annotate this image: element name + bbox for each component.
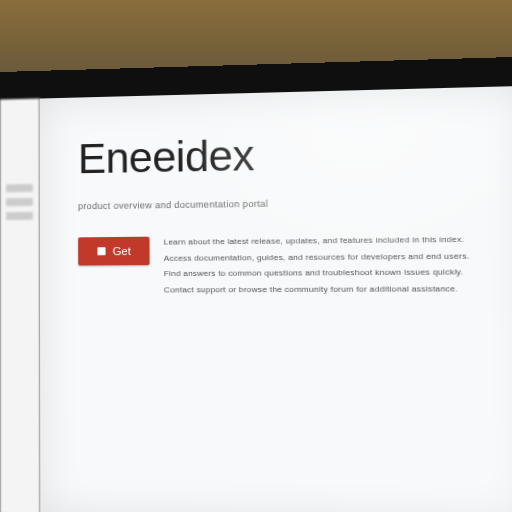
body-copy: Learn about the latest release, updates,… xyxy=(164,233,497,300)
sidebar-stub xyxy=(6,212,33,220)
primary-action-label: Get xyxy=(113,245,131,257)
svg-rect-0 xyxy=(97,247,105,255)
page-content: Eneeidex product overview and documentat… xyxy=(40,86,512,512)
body-line: Access documentation, guides, and resour… xyxy=(164,250,496,264)
primary-action-button[interactable]: Get xyxy=(78,237,149,266)
page-title: Eneeidex xyxy=(78,126,495,183)
download-icon xyxy=(96,246,106,256)
body-line: Find answers to common questions and tro… xyxy=(164,266,497,280)
sidebar-stub xyxy=(6,184,33,192)
body-line: Learn about the latest release, updates,… xyxy=(164,233,496,248)
page-subtitle: product overview and documentation porta… xyxy=(78,195,495,211)
action-row: Get Learn about the latest release, upda… xyxy=(78,233,497,300)
sidebar-edge xyxy=(0,99,40,512)
monitor-frame: Eneeidex product overview and documentat… xyxy=(0,56,512,512)
body-line: Contact support or browse the community … xyxy=(164,283,497,296)
sidebar-stub xyxy=(6,198,33,206)
